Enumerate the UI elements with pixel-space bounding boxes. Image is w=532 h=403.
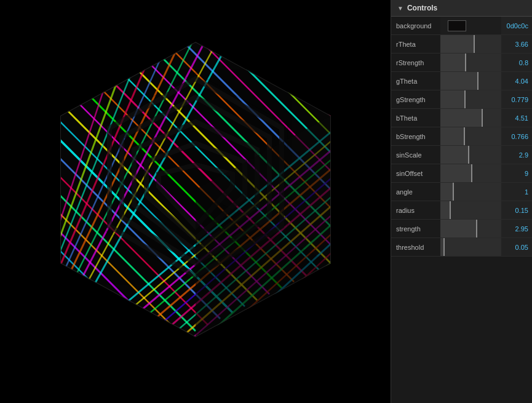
control-label-rTheta: rTheta	[391, 41, 440, 48]
control-slider-rStrength[interactable]	[440, 54, 501, 71]
control-row-gStrength[interactable]: gStrength0.779	[391, 90, 532, 109]
control-slider-angle[interactable]	[440, 183, 501, 201]
control-label-bStrength: bStrength	[391, 133, 440, 140]
control-label-gTheta: gTheta	[391, 78, 440, 85]
slider-thumb-bTheta[interactable]	[482, 109, 483, 127]
slider-thumb-sinOffset[interactable]	[471, 164, 472, 182]
controls-header[interactable]: ▼ Controls	[391, 0, 532, 17]
control-value-sinScale: 2.9	[501, 146, 532, 164]
slider-thumb-rStrength[interactable]	[465, 54, 466, 71]
slider-thumb-threshold[interactable]	[443, 238, 445, 256]
control-value-radius: 0.15	[501, 201, 532, 219]
control-slider-sinScale[interactable]	[440, 146, 501, 164]
slider-fill-gStrength	[440, 90, 464, 108]
control-row-sinScale[interactable]: sinScale2.9	[391, 146, 532, 164]
control-label-sinOffset: sinOffset	[391, 170, 440, 177]
control-slider-gTheta[interactable]	[440, 72, 501, 90]
control-slider-bTheta[interactable]	[440, 109, 501, 127]
control-label-angle: angle	[391, 188, 440, 196]
control-row-rTheta[interactable]: rTheta3.66	[391, 35, 532, 54]
control-slider-sinOffset[interactable]	[440, 164, 501, 182]
slider-thumb-strength[interactable]	[476, 220, 477, 237]
control-label-threshold: threshold	[391, 244, 440, 251]
slider-fill-radius	[440, 201, 450, 219]
slider-fill-sinOffset	[440, 164, 471, 182]
controls-title: Controls	[407, 4, 437, 12]
collapse-arrow-icon: ▼	[397, 5, 403, 12]
control-slider-bStrength[interactable]	[440, 127, 501, 145]
slider-thumb-sinScale[interactable]	[468, 146, 469, 164]
slider-fill-strength	[440, 220, 476, 237]
control-slider-rTheta[interactable]	[440, 35, 501, 53]
slider-fill-sinScale	[440, 146, 468, 164]
control-value-rTheta: 3.66	[501, 35, 532, 53]
control-label-sinScale: sinScale	[391, 151, 440, 159]
control-row-threshold[interactable]: threshold0.05	[391, 238, 532, 257]
control-slider-background[interactable]	[440, 17, 501, 34]
control-value-gTheta: 4.04	[501, 72, 532, 90]
control-label-background: background	[391, 22, 440, 30]
slider-thumb-angle[interactable]	[453, 183, 454, 201]
control-row-bStrength[interactable]: bStrength0.766	[391, 127, 532, 146]
slider-thumb-gStrength[interactable]	[464, 90, 466, 108]
control-row-rStrength[interactable]: rStrength0.8	[391, 54, 532, 72]
slider-fill-rTheta	[440, 35, 474, 53]
background-color-swatch[interactable]	[448, 20, 466, 31]
slider-fill-gTheta	[440, 72, 477, 90]
control-slider-gStrength[interactable]	[440, 90, 501, 108]
control-label-radius: radius	[391, 207, 440, 214]
controls-panel: ▼ Controls background0d0c0crTheta3.66rSt…	[391, 0, 532, 403]
control-row-gTheta[interactable]: gTheta4.04	[391, 72, 532, 90]
control-slider-strength[interactable]	[440, 220, 501, 237]
control-row-sinOffset[interactable]: sinOffset9	[391, 164, 532, 183]
slider-fill-bTheta	[440, 109, 482, 127]
control-value-bTheta: 4.51	[501, 109, 532, 127]
control-label-rStrength: rStrength	[391, 59, 440, 66]
control-label-bTheta: bTheta	[391, 114, 440, 122]
slider-thumb-bStrength[interactable]	[464, 127, 465, 145]
control-slider-threshold[interactable]	[440, 238, 501, 256]
control-value-rStrength: 0.8	[501, 54, 532, 71]
slider-thumb-radius[interactable]	[450, 201, 451, 219]
control-value-threshold: 0.05	[501, 238, 532, 256]
control-row-angle[interactable]: angle1	[391, 183, 532, 201]
control-value-sinOffset: 9	[501, 164, 532, 182]
control-value-angle: 1	[501, 183, 532, 201]
slider-thumb-rTheta[interactable]	[474, 35, 475, 53]
control-value-background: 0d0c0c	[501, 17, 532, 34]
slider-fill-rStrength	[440, 54, 465, 71]
controls-body: background0d0c0crTheta3.66rStrength0.8gT…	[391, 17, 532, 403]
control-label-gStrength: gStrength	[391, 96, 440, 103]
control-value-bStrength: 0.766	[501, 127, 532, 145]
control-value-strength: 2.95	[501, 220, 532, 237]
slider-track-threshold	[440, 238, 501, 256]
canvas-area	[0, 0, 391, 403]
control-value-gStrength: 0.779	[501, 90, 532, 108]
control-label-strength: strength	[391, 225, 440, 233]
control-row-bTheta[interactable]: bTheta4.51	[391, 109, 532, 127]
slider-fill-angle	[440, 183, 453, 201]
control-row-background[interactable]: background0d0c0c	[391, 17, 532, 35]
slider-fill-bStrength	[440, 127, 464, 145]
slider-thumb-gTheta[interactable]	[477, 72, 478, 90]
hex-visualization	[48, 36, 343, 368]
control-row-radius[interactable]: radius0.15	[391, 201, 532, 220]
control-slider-radius[interactable]	[440, 201, 501, 219]
control-row-strength[interactable]: strength2.95	[391, 220, 532, 238]
